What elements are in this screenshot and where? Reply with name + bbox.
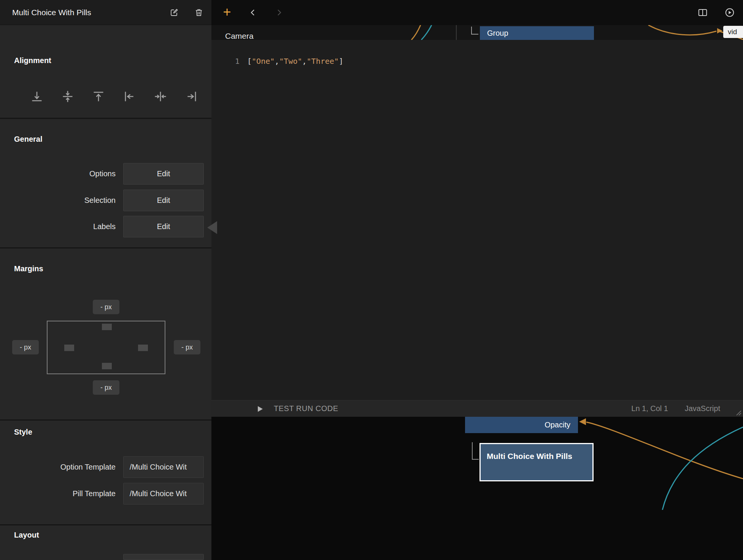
code-token: "Two" xyxy=(279,57,302,66)
line-number: 1 xyxy=(231,57,240,66)
canvas-toolbar: + xyxy=(211,0,743,25)
selection-edit-button[interactable]: Edit xyxy=(123,190,204,211)
main-area: + xyxy=(211,0,743,560)
margin-handle-right[interactable] xyxy=(138,345,148,351)
margins-section: Margins - px - px - px - px xyxy=(0,248,211,421)
labels-edit-button[interactable]: Edit xyxy=(123,216,204,237)
opacity-node[interactable]: Opacity xyxy=(465,417,578,433)
resize-grip[interactable] xyxy=(735,410,741,416)
margin-left-value[interactable]: - px xyxy=(12,340,39,354)
option-template-value[interactable]: /Multi Choice Wit xyxy=(123,456,204,478)
editor-popover-arrow xyxy=(207,221,217,234)
editor-statusbar: TEST RUN CODE Ln 1, Col 1 JavaScript xyxy=(211,400,743,417)
node-canvas-top[interactable]: Camera Group vid xyxy=(211,25,743,40)
delete-icon[interactable] xyxy=(192,6,206,19)
general-heading: General xyxy=(14,135,42,144)
margin-right-value[interactable]: - px xyxy=(174,340,200,354)
align-right-icon[interactable] xyxy=(183,88,200,105)
labels-label: Labels xyxy=(0,216,116,237)
alignment-buttons xyxy=(29,88,200,105)
test-run-code-button[interactable]: TEST RUN CODE xyxy=(274,400,338,417)
pill-template-label: Pill Template xyxy=(0,483,116,505)
back-icon[interactable] xyxy=(248,7,258,18)
code-token: "One" xyxy=(252,57,275,66)
cursor-position: Ln 1, Col 1 xyxy=(631,400,668,417)
video-node[interactable]: vid xyxy=(723,26,743,38)
option-template-label: Option Template xyxy=(0,456,116,478)
pill-template-row: Pill Template /Multi Choice Wit xyxy=(0,483,211,505)
margins-heading: Margins xyxy=(14,264,43,273)
margin-bottom-value[interactable]: - px xyxy=(93,380,119,395)
margin-handle-bottom[interactable] xyxy=(102,363,112,369)
layout-clipped-control[interactable] xyxy=(123,554,204,560)
general-section: General Options Edit Selection Edit Labe… xyxy=(0,119,211,248)
layout-heading: Layout xyxy=(14,531,39,539)
align-bottom-icon[interactable] xyxy=(29,88,45,105)
run-code-icon[interactable] xyxy=(258,406,263,412)
align-vertical-center-icon[interactable] xyxy=(59,88,76,105)
rename-icon[interactable] xyxy=(167,6,181,19)
wires-bottom xyxy=(211,417,743,560)
alignment-heading: Alignment xyxy=(14,56,51,65)
options-row: Options Edit xyxy=(0,163,211,185)
labels-row: Labels Edit xyxy=(0,216,211,237)
alignment-section: Alignment xyxy=(0,25,211,119)
selection-row: Selection Edit xyxy=(0,190,211,211)
margins-diagram xyxy=(47,321,165,374)
inspector-header: Multi Choice With Pills xyxy=(0,0,211,25)
code-token: ] xyxy=(339,57,343,66)
node-canvas-bottom[interactable]: Opacity Multi Choice With Pills xyxy=(211,417,743,560)
margin-handle-left[interactable] xyxy=(64,345,74,351)
code-token: "Three" xyxy=(307,57,339,66)
play-icon[interactable] xyxy=(724,7,735,18)
code-editor[interactable]: 1 ["One","Two","Three"] xyxy=(211,40,743,400)
camera-node-label[interactable]: Camera xyxy=(225,32,254,40)
wires-top xyxy=(211,25,743,40)
inspector-title: Multi Choice With Pills xyxy=(12,0,91,25)
options-edit-button[interactable]: Edit xyxy=(123,163,204,185)
margin-top-value[interactable]: - px xyxy=(93,300,119,314)
align-horizontal-center-icon[interactable] xyxy=(152,88,169,105)
option-template-row: Option Template /Multi Choice Wit xyxy=(0,456,211,478)
code-token: [ xyxy=(247,57,252,66)
split-view-icon[interactable] xyxy=(697,7,708,18)
app-window: Multi Choice With Pills Alignment xyxy=(0,0,743,560)
options-label: Options xyxy=(0,163,116,185)
selection-label: Selection xyxy=(0,190,116,211)
code-line[interactable]: ["One","Two","Three"] xyxy=(247,57,343,66)
style-section: Style Option Template /Multi Choice Wit … xyxy=(0,421,211,525)
pill-template-value[interactable]: /Multi Choice Wit xyxy=(123,483,204,505)
forward-icon[interactable] xyxy=(274,7,284,18)
language-selector[interactable]: JavaScript xyxy=(685,400,720,417)
style-heading: Style xyxy=(14,428,32,437)
add-patch-button[interactable]: + xyxy=(220,4,234,20)
code-token: , xyxy=(302,57,307,66)
align-left-icon[interactable] xyxy=(121,88,138,105)
margin-handle-top[interactable] xyxy=(102,324,112,330)
group-node[interactable]: Group xyxy=(480,26,594,40)
inspector-panel: Multi Choice With Pills Alignment xyxy=(0,0,211,560)
code-token: , xyxy=(275,57,279,66)
layout-section: Layout xyxy=(0,525,211,560)
align-top-icon[interactable] xyxy=(90,88,107,105)
selected-patch-node[interactable]: Multi Choice With Pills xyxy=(479,443,594,481)
